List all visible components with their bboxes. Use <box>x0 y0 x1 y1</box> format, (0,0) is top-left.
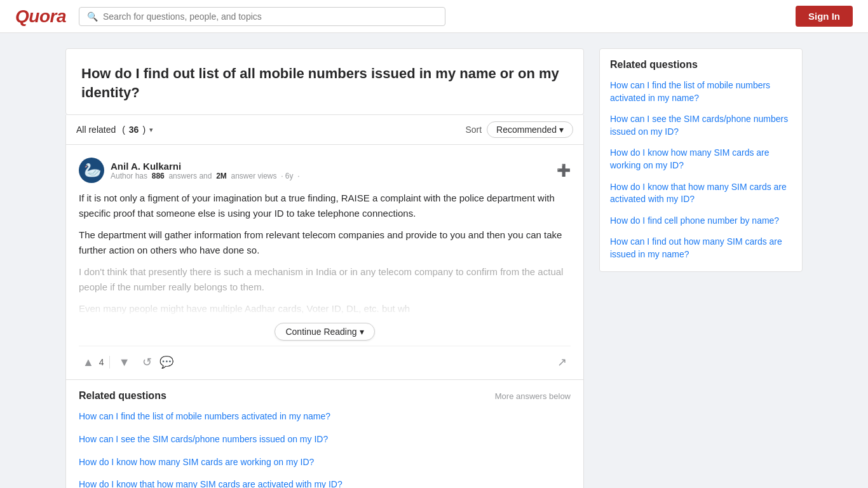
author-row: Anil A. Kulkarni Author has 886 answers … <box>79 158 571 183</box>
sidebar-link-6[interactable]: How can I find out how many SIM cards ar… <box>610 236 792 261</box>
sort-bar: All related (36) ▾ Sort Recommended ▾ <box>65 115 584 145</box>
answer-paragraph-4: Even many people might have multiple Aad… <box>79 301 571 316</box>
chevron-down-icon: ▾ <box>149 126 153 134</box>
repost-button[interactable]: ↺ <box>139 353 156 372</box>
chevron-down-icon: ▾ <box>559 125 564 135</box>
related-link-2[interactable]: How can I see the SIM cards/phone number… <box>79 433 571 446</box>
related-link-4[interactable]: How do I know that how many SIM cards ar… <box>79 478 571 488</box>
all-related-count: ( <box>119 125 125 135</box>
question-title: How do I find out list of all mobile num… <box>81 64 568 102</box>
all-related-dropdown[interactable]: All related (36) ▾ <box>76 125 153 135</box>
avatar <box>79 158 104 183</box>
answer-actions: ▲ 4 ▼ ↺ 💬 ↗ <box>79 346 571 379</box>
related-questions-header: Related questions More answers below <box>79 390 571 402</box>
chevron-down-icon: ▾ <box>360 327 364 337</box>
continue-reading-wrapper: Continue Reading ▾ <box>79 323 571 341</box>
quora-logo: Quora <box>15 6 66 27</box>
upvote-button[interactable]: ▲ <box>79 353 98 372</box>
action-divider <box>109 356 110 369</box>
related-link-3[interactable]: How do I know how many SIM cards are wor… <box>79 456 571 469</box>
related-count: 36 <box>129 125 139 135</box>
sidebar-link-3[interactable]: How do I know how many SIM cards are wor… <box>610 147 792 172</box>
sidebar-title: Related questions <box>610 59 792 71</box>
sidebar-link-1[interactable]: How can I find the list of mobile number… <box>610 79 792 104</box>
answers-count: 886 <box>152 172 165 180</box>
search-bar[interactable]: 🔍 <box>79 7 445 26</box>
related-link-1[interactable]: How can I find the list of mobile number… <box>79 410 571 423</box>
upvote-count: 4 <box>99 357 104 367</box>
share-button[interactable]: ↗ <box>553 353 571 372</box>
related-questions-main: Related questions More answers below How… <box>65 380 584 488</box>
follow-icon[interactable]: ➕ <box>557 163 571 177</box>
site-header: Quora 🔍 Sign In <box>0 0 868 33</box>
search-icon: 🔍 <box>87 11 98 22</box>
sidebar-card: Related questions How can I find the lis… <box>599 48 803 272</box>
sign-in-button[interactable]: Sign In <box>796 6 853 27</box>
related-questions-title: Related questions <box>79 390 495 402</box>
sidebar-link-5[interactable]: How do I find cell phone number by name? <box>610 215 792 227</box>
upvote-group: ▲ 4 <box>79 353 104 372</box>
answer-faded-section: I don't think that presently there is su… <box>79 264 571 316</box>
author-info: Anil A. Kulkarni Author has 886 answers … <box>111 161 550 180</box>
author-meta: Author has 886 answers and 2M answer vie… <box>111 172 550 180</box>
sidebar-link-2[interactable]: How can I see the SIM cards/phone number… <box>610 113 792 138</box>
answer-paragraph-1: If it is not only a figment of your imag… <box>79 191 571 221</box>
all-related-label: All related <box>76 125 116 135</box>
downvote-button[interactable]: ▼ <box>115 353 134 372</box>
comment-button[interactable]: 💬 <box>156 353 177 372</box>
more-answers-label: More answers below <box>495 391 571 401</box>
views-count: 2M <box>216 172 227 180</box>
author-meta-text: Author has <box>111 172 147 180</box>
recommended-sort-button[interactable]: Recommended ▾ <box>487 121 573 138</box>
recommended-label: Recommended <box>496 125 557 135</box>
downvote-group: ▼ <box>115 353 134 372</box>
continue-reading-button[interactable]: Continue Reading ▾ <box>275 323 374 341</box>
continue-reading-label: Continue Reading <box>285 327 356 337</box>
page-body: How do I find out list of all mobile num… <box>53 33 815 488</box>
author-name: Anil A. Kulkarni <box>111 161 550 172</box>
sort-label: Sort <box>465 125 482 135</box>
answer-paragraph-2: The department will gather information f… <box>79 227 571 258</box>
sidebar-link-4[interactable]: How do I know that how many SIM cards ar… <box>610 181 792 206</box>
answer-card: Anil A. Kulkarni Author has 886 answers … <box>65 145 584 380</box>
main-content: How do I find out list of all mobile num… <box>65 48 584 488</box>
sidebar: Related questions How can I find the lis… <box>599 48 803 488</box>
search-input[interactable] <box>103 11 437 22</box>
question-card: How do I find out list of all mobile num… <box>65 48 584 115</box>
time-ago: 6y <box>285 172 294 180</box>
answer-paragraph-3: I don't think that presently there is su… <box>79 264 571 295</box>
